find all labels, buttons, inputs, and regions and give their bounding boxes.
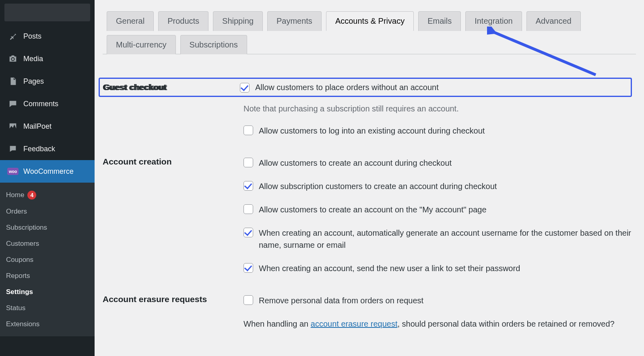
sidebar-item-posts[interactable]: Posts (0, 25, 95, 47)
checkbox-label[interactable]: Allow subscription customers to create a… (259, 180, 632, 192)
erasure-description: When handling an account erasure request… (244, 318, 632, 330)
admin-sidebar: Posts Media Pages Comments MailPoet (0, 0, 95, 356)
checkbox-guest-orders[interactable] (240, 83, 250, 93)
checkbox-password-link[interactable] (244, 263, 253, 273)
sidebar-label: MailPoet (23, 122, 52, 131)
checkbox-label[interactable]: When creating an account, automatically … (259, 227, 632, 251)
submenu-item-coupons[interactable]: Coupons (0, 252, 95, 268)
tab-payments[interactable]: Payments (267, 11, 322, 31)
erasure-request-link[interactable]: account erasure request (311, 319, 398, 328)
tab-multi-currency[interactable]: Multi-currency (107, 35, 176, 54)
sidebar-label: Comments (23, 100, 58, 108)
pending-badge: 4 (27, 191, 36, 200)
option-note: Note that purchasing a subscription stil… (244, 104, 632, 113)
sidebar-label: Pages (23, 77, 44, 86)
camera-icon (7, 53, 19, 64)
sidebar-label: WooCommerce (23, 167, 74, 176)
comment-icon (7, 98, 19, 109)
submenu-label: Home (6, 191, 24, 199)
section-title-highlighted: Guest checkout (100, 82, 240, 92)
checkbox-label[interactable]: Remove personal data from orders on requ… (259, 294, 632, 307)
submenu-item-reports[interactable]: Reports (0, 268, 95, 284)
checkbox-label[interactable]: Allow customers to log into an existing … (259, 125, 632, 137)
submenu-item-settings[interactable]: Settings (0, 284, 95, 300)
sidebar-item-comments[interactable]: Comments (0, 93, 95, 115)
settings-tabs: General Products Shipping Payments Accou… (103, 0, 636, 54)
settings-main: General Products Shipping Payments Accou… (95, 0, 644, 356)
submenu-item-orders[interactable]: Orders (0, 204, 95, 220)
submenu-item-status[interactable]: Status (0, 300, 95, 316)
checkbox-guest-login[interactable] (244, 126, 253, 135)
submenu-item-customers[interactable]: Customers (0, 236, 95, 252)
checkbox-label[interactable]: Allow customers to create an account on … (259, 204, 632, 216)
checkbox-create-subscription[interactable] (244, 181, 253, 191)
checkbox-create-checkout[interactable] (244, 158, 253, 167)
checkbox-label[interactable]: When creating an account, send the new u… (259, 262, 632, 274)
mailpoet-icon (7, 121, 19, 132)
sidebar-label: Posts (23, 32, 41, 41)
tab-subscriptions[interactable]: Subscriptions (180, 35, 247, 54)
tab-integration[interactable]: Integration (465, 11, 522, 31)
tab-products[interactable]: Products (158, 11, 208, 31)
feedback-icon (7, 143, 19, 154)
woo-icon: woo (7, 166, 19, 177)
tab-general[interactable]: General (107, 11, 154, 31)
tab-emails[interactable]: Emails (418, 11, 461, 31)
section-title: Account erasure requests (103, 294, 207, 304)
submenu-item-home[interactable]: Home 4 (0, 187, 95, 204)
checkbox-label[interactable]: Allow customers to place orders without … (255, 83, 439, 92)
tab-shipping[interactable]: Shipping (213, 11, 263, 31)
svg-text:woo: woo (8, 169, 17, 174)
tab-advanced[interactable]: Advanced (526, 11, 581, 31)
tab-accounts-privacy[interactable]: Accounts & Privacy (326, 11, 414, 31)
section-title: Account creation (103, 157, 172, 166)
sidebar-label: Feedback (23, 145, 55, 153)
woocommerce-submenu: Home 4 Orders Subscriptions Customers Co… (0, 183, 95, 336)
sidebar-item-feedback[interactable]: Feedback (0, 138, 95, 160)
sidebar-item-woocommerce[interactable]: woo WooCommerce (0, 160, 95, 183)
page-icon (7, 76, 19, 87)
checkbox-auto-username[interactable] (244, 228, 253, 237)
checkbox-create-myaccount[interactable] (244, 204, 253, 214)
checkbox-erase-orders[interactable] (244, 295, 253, 305)
sidebar-item-media[interactable]: Media (0, 47, 95, 70)
submenu-item-extensions[interactable]: Extensions (0, 316, 95, 332)
pin-icon (7, 31, 19, 42)
submenu-item-subscriptions[interactable]: Subscriptions (0, 220, 95, 236)
sidebar-item-mailpoet[interactable]: MailPoet (0, 115, 95, 138)
checkbox-label[interactable]: Allow customers to create an account dur… (259, 157, 632, 169)
sidebar-label: Media (23, 55, 43, 63)
sidebar-item-pages[interactable]: Pages (0, 70, 95, 93)
site-logo (4, 4, 90, 21)
